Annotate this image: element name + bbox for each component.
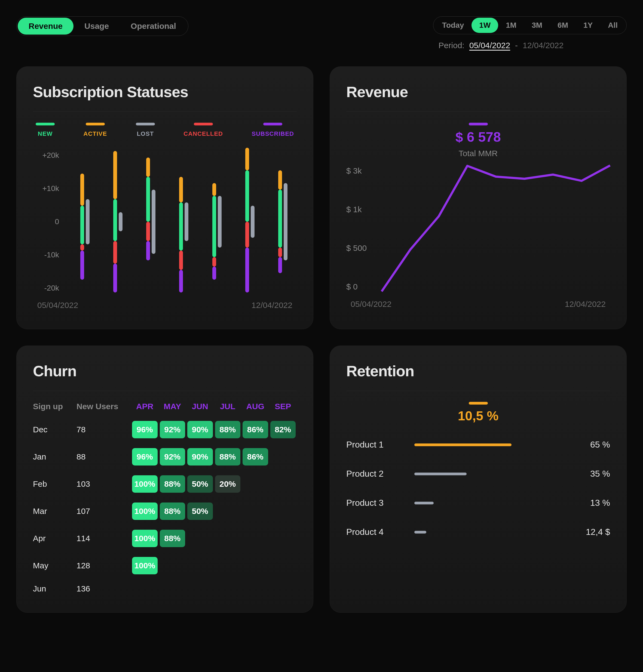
legend-item-cancelled[interactable]: CANCELLED	[183, 123, 223, 137]
y-tick: +10k	[33, 184, 59, 193]
churn-row-month: Apr	[33, 534, 76, 543]
churn-cell[interactable]: 100%	[132, 475, 158, 493]
revenue-total-value: $ 6 578	[456, 129, 501, 145]
churn-col-may: MAY	[159, 402, 186, 411]
status-seg-new	[146, 177, 150, 222]
churn-row-newusers: 114	[76, 534, 131, 543]
status-seg-lost	[284, 183, 288, 260]
churn-cell[interactable]: 90%	[187, 421, 213, 438]
revenue-x-to: 12/04/2022	[565, 300, 606, 309]
status-seg-subscribed	[213, 266, 216, 279]
range-tab-3m[interactable]: 3M	[524, 18, 550, 33]
churn-cell[interactable]: 100%	[132, 502, 158, 520]
retention-label: Product 1	[346, 440, 406, 450]
churn-cell[interactable]: 96%	[132, 448, 158, 465]
churn-row-newusers: 107	[76, 507, 131, 516]
retention-row: Product 412,4 $	[346, 527, 610, 537]
churn-cell[interactable]: 86%	[243, 448, 268, 465]
status-x-from: 05/04/2022	[37, 301, 78, 310]
churn-cell[interactable]: 50%	[187, 502, 213, 520]
range-tab-today[interactable]: Today	[435, 18, 472, 33]
legend-item-lost[interactable]: LOST	[136, 123, 155, 137]
churn-cell[interactable]: 88%	[160, 475, 185, 493]
churn-cell[interactable]: 20%	[215, 475, 241, 493]
churn-row-newusers: 88	[76, 452, 131, 461]
churn-row-newusers: 78	[76, 425, 131, 434]
churn-cell[interactable]: 86%	[243, 421, 268, 438]
range-tab-all[interactable]: All	[600, 18, 625, 33]
status-seg-active	[80, 174, 84, 206]
churn-cell[interactable]: 92%	[160, 421, 185, 438]
status-seg-lost	[251, 206, 255, 238]
status-seg-lost	[218, 196, 222, 247]
churn-cell[interactable]: 92%	[160, 448, 185, 465]
churn-col-signup: Sign up	[33, 402, 76, 411]
retention-label: Product 2	[346, 469, 406, 479]
status-seg-lost	[119, 212, 122, 232]
range-tab-1y[interactable]: 1Y	[576, 18, 600, 33]
churn-cell[interactable]: 82%	[270, 421, 296, 438]
churn-cell[interactable]: 50%	[187, 475, 213, 493]
range-tab-1w[interactable]: 1W	[472, 18, 498, 33]
legend-item-new[interactable]: NEW	[36, 123, 55, 137]
churn-cell[interactable]: 88%	[160, 530, 185, 547]
retention-row: Product 165 %	[346, 440, 610, 450]
y-tick: 0	[33, 217, 59, 226]
legend-swatch	[86, 123, 105, 125]
subscription-statuses-card: Subscription Statuses NEWACTIVELOSTCANCE…	[16, 66, 313, 329]
legend-label: NEW	[38, 130, 52, 137]
churn-cell[interactable]: 90%	[187, 448, 213, 465]
legend-label: LOST	[137, 130, 154, 137]
retention-headline: 10,5 %	[458, 408, 498, 423]
main-tab-revenue[interactable]: Revenue	[18, 18, 73, 35]
retention-fill	[414, 502, 434, 505]
legend-item-subscribed[interactable]: SUBSCRIBED	[252, 123, 294, 137]
churn-cell[interactable]: 88%	[215, 448, 241, 465]
retention-track	[414, 444, 564, 446]
status-seg-cancelled	[80, 244, 84, 251]
status-seg-new	[213, 196, 216, 257]
churn-card: Churn Sign upNew UsersAPRMAYJUNJULAUGSEP…	[16, 346, 313, 613]
card-title: Churn	[33, 362, 297, 380]
period-from[interactable]: 05/04/2022	[469, 41, 510, 50]
status-seg-new	[113, 199, 117, 241]
main-tab-usage[interactable]: Usage	[73, 18, 120, 35]
status-seg-active	[146, 158, 150, 177]
card-title: Revenue	[346, 83, 610, 101]
legend-item-active[interactable]: ACTIVE	[84, 123, 107, 137]
revenue-y-axis: $ 3k$ 1k$ 500$ 0	[346, 166, 379, 291]
churn-col-jul: JUL	[214, 402, 242, 411]
churn-cell[interactable]: 100%	[132, 557, 158, 574]
legend-swatch	[36, 123, 55, 125]
status-seg-cancelled	[146, 222, 150, 241]
status-seg-lost	[151, 190, 156, 254]
status-seg-subscribed	[278, 257, 282, 273]
churn-row-month: Jan	[33, 452, 76, 461]
retention-card: Retention 10,5 % Product 165 %Product 23…	[330, 346, 627, 613]
status-seg-active	[213, 183, 216, 196]
churn-row-newusers: 136	[76, 584, 131, 593]
legend-swatch	[194, 123, 213, 125]
y-tick: -20k	[33, 284, 59, 293]
churn-cell[interactable]: 88%	[160, 502, 185, 520]
legend-label: SUBSCRIBED	[252, 130, 294, 137]
card-title: Subscription Statuses	[33, 83, 297, 101]
retention-value: 65 %	[572, 440, 610, 450]
churn-cell[interactable]: 96%	[132, 421, 158, 438]
churn-cell[interactable]: 88%	[215, 421, 241, 438]
status-seg-subscribed	[113, 264, 117, 293]
main-tab-operational[interactable]: Operational	[120, 18, 187, 35]
range-tab-6m[interactable]: 6M	[550, 18, 576, 33]
y-tick: -10k	[33, 251, 59, 259]
status-seg-subscribed	[179, 270, 183, 293]
period-to[interactable]: 12/04/2022	[523, 41, 563, 50]
status-seg-active	[278, 170, 282, 190]
churn-cell[interactable]: 100%	[132, 530, 158, 547]
retention-rows: Product 165 %Product 235 %Product 313 %P…	[346, 440, 610, 537]
range-tab-1m[interactable]: 1M	[498, 18, 524, 33]
retention-label: Product 3	[346, 498, 406, 508]
retention-fill	[414, 531, 426, 534]
status-seg-new	[179, 202, 183, 251]
status-seg-active	[179, 177, 183, 203]
legend-label: ACTIVE	[84, 130, 107, 137]
